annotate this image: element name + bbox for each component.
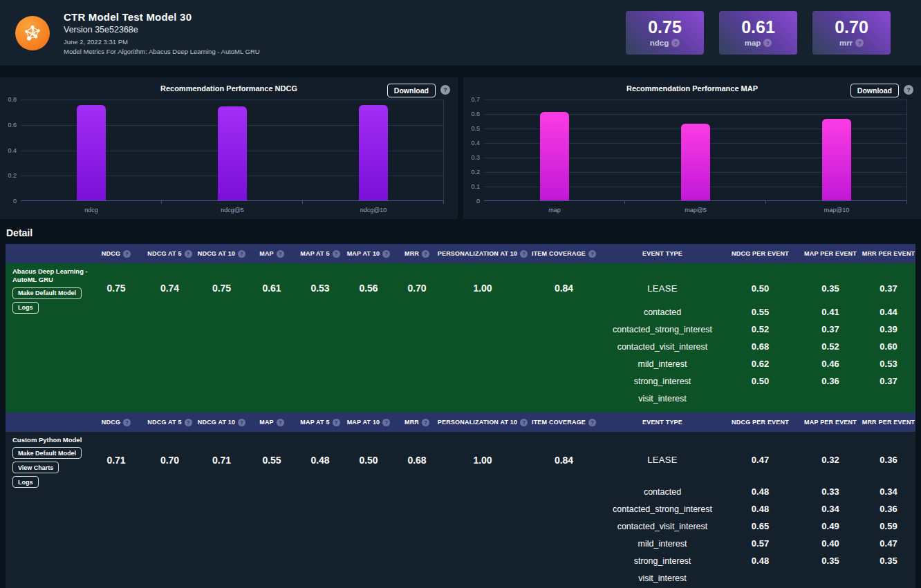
per-event-metric: 0.36 (862, 504, 915, 514)
help-icon[interactable]: ? (123, 250, 131, 258)
y-axis-tick-label: 0.1 (463, 183, 480, 190)
per-event-metric: 0.36 (799, 376, 862, 386)
metric-value: 1.00 (441, 283, 524, 294)
per-event-metric: 0.37 (799, 324, 862, 334)
per-event-metric: 0.47 (862, 538, 915, 549)
column-header-label: MAP AT 5 (300, 419, 329, 426)
per-event-metric: 0.52 (799, 341, 862, 352)
help-icon[interactable]: ? (238, 250, 245, 258)
help-icon[interactable]: ? (277, 250, 284, 258)
event-name: contacted (604, 307, 721, 317)
model-cell: Abacus Deep Learning - AutoML GRUMake De… (6, 263, 89, 314)
per-event-metric: 0.48 (721, 556, 799, 566)
metric-value: 0.70 (144, 455, 196, 466)
column-header-label: MRR (404, 419, 419, 426)
model-name: Custom Python Model (12, 436, 89, 444)
model-name: Abacus Deep Learning - AutoML GRU (12, 267, 89, 285)
metric-value: 0.56 (344, 283, 393, 294)
event-row: contacted_visit_interest0.680.520.60 (6, 338, 915, 355)
help-icon[interactable]: ? (855, 39, 864, 47)
column-header-label: NDCG PER EVENT (732, 250, 789, 257)
column-header-label: ITEM COVERAGE (532, 419, 586, 426)
model-cell: Custom Python ModelMake Default ModelVie… (6, 432, 89, 488)
detail-heading: Detail (6, 227, 921, 238)
view-charts-button[interactable]: View Charts (12, 462, 59, 473)
column-header-personalization-at-10: PERSONALIZATION AT 10? (441, 419, 524, 426)
column-header-label: MAP PER EVENT (804, 419, 857, 426)
logs-button[interactable]: Logs (12, 476, 39, 488)
x-axis-label: ndcg (64, 207, 119, 214)
per-event-metric: 0.50 (721, 283, 799, 294)
per-event-metric: 0.48 (721, 486, 799, 497)
event-name: mild_interest (604, 359, 721, 369)
download-button[interactable]: Download (387, 84, 436, 97)
event-type-value: LEASE (604, 455, 721, 465)
x-axis-label: ndcg@10 (346, 207, 401, 214)
event-row: strong_interest0.480.350.35 (6, 552, 915, 569)
column-header-label: EVENT TYPE (642, 419, 682, 426)
event-name: mild_interest (604, 539, 721, 549)
make-default-model-button[interactable]: Make Default Model (12, 447, 82, 459)
help-icon[interactable]: ? (422, 419, 429, 426)
per-event-metric: 0.68 (721, 341, 799, 352)
help-icon[interactable]: ? (333, 419, 340, 426)
x-axis-label: map@5 (668, 207, 723, 214)
help-icon[interactable]: ? (671, 39, 680, 47)
per-event-metric: 0.55 (721, 307, 799, 317)
column-header-label: NDCG (102, 250, 120, 257)
column-header-ndcg-per-event: NDCG PER EVENT (721, 419, 799, 426)
column-header-ndcg-at-5: NDCG AT 5? (144, 419, 196, 426)
help-icon[interactable]: ? (277, 419, 284, 426)
metric-label: mrr (839, 39, 853, 47)
per-event-metric: 0.36 (862, 455, 915, 465)
help-icon[interactable]: ? (440, 85, 450, 95)
column-header-label: MAP AT 5 (300, 250, 329, 257)
algorithm-label: Model Metrics For Algorithm: Abacus Deep… (64, 48, 260, 55)
charts-row: Recommendation Performance NDCG Download… (0, 77, 921, 219)
metric-label: map (745, 39, 761, 47)
help-icon[interactable]: ? (185, 250, 192, 258)
metric-value: 0.50 (344, 455, 393, 466)
help-icon[interactable]: ? (588, 419, 596, 426)
logs-button[interactable]: Logs (12, 302, 39, 314)
chart-panel-ndcg: Recommendation Performance NDCG Download… (0, 77, 458, 219)
make-default-model-button[interactable]: Make Default Model (12, 287, 82, 299)
help-icon[interactable]: ? (422, 250, 429, 258)
y-axis-tick-label: 0.6 (0, 122, 17, 129)
help-icon[interactable]: ? (185, 419, 192, 426)
metric-value: 0.48 (296, 455, 344, 466)
map-bar-chart (484, 99, 907, 201)
column-header-label: MRR (404, 250, 419, 257)
column-header-map-per-event: MAP PER EVENT (799, 419, 862, 426)
model-version: Version 35e52368e (64, 25, 260, 35)
help-icon[interactable]: ? (333, 250, 340, 258)
help-icon[interactable]: ? (382, 250, 390, 258)
column-header-label: NDCG AT 5 (147, 250, 181, 257)
per-event-metric: 0.46 (799, 359, 862, 369)
help-icon[interactable]: ? (382, 419, 390, 426)
column-header-label: ITEM COVERAGE (532, 250, 586, 257)
download-button[interactable]: Download (850, 84, 899, 97)
column-header-map-at-10: MAP AT 10? (344, 250, 393, 258)
help-icon[interactable]: ? (904, 85, 913, 95)
help-icon[interactable]: ? (238, 419, 245, 426)
metric-value: 0.61 (741, 19, 775, 36)
column-header-label: EVENT TYPE (642, 250, 682, 257)
column-header-mrr-per-event: MRR PER EVENT (862, 250, 915, 257)
event-row: mild_interest0.620.460.53 (6, 355, 915, 372)
event-row: contacted0.550.410.44 (6, 303, 915, 321)
help-icon[interactable]: ? (763, 39, 772, 47)
per-event-metric: 0.65 (721, 521, 799, 531)
column-header-label: NDCG (102, 419, 120, 426)
help-icon[interactable]: ? (588, 250, 596, 258)
metric-value: 0.70 (393, 283, 441, 294)
bar-map (540, 112, 569, 200)
column-header-label: MAP (259, 419, 274, 426)
metric-card-mrr: 0.70 mrr? (812, 11, 891, 55)
column-header-map-at-5: MAP AT 5? (296, 250, 344, 258)
metric-value: 1.00 (441, 455, 524, 466)
column-header-mrr: MRR? (393, 250, 441, 258)
help-icon[interactable]: ? (123, 419, 131, 426)
per-event-metric: 0.52 (721, 324, 799, 334)
model-timestamp: June 2, 2022 3:31 PM (64, 38, 260, 46)
